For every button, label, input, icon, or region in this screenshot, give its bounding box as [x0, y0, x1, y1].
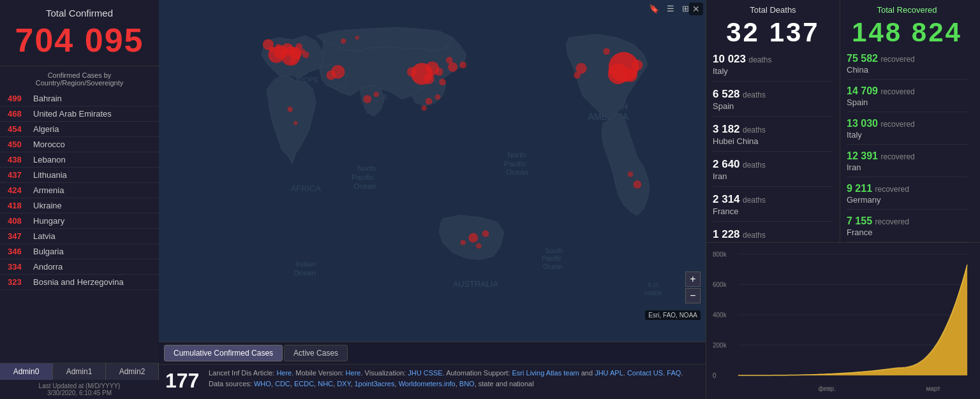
- country-count: 346: [8, 247, 30, 256]
- close-icon[interactable]: ✕: [689, 3, 703, 15]
- bookmark-icon[interactable]: 🔖: [646, 3, 662, 15]
- country-name: United Arab Emirates: [33, 109, 112, 119]
- death-count: 2 314: [713, 193, 740, 205]
- svg-point-61: [633, 180, 641, 189]
- recovered-count: 9 211: [847, 183, 872, 194]
- svg-point-54: [603, 48, 610, 55]
- recovered-country: China: [847, 65, 967, 75]
- svg-point-62: [628, 171, 634, 177]
- list-item[interactable]: 499Bahrain: [0, 91, 159, 106]
- 1point3acres-link[interactable]: 1point3acres: [355, 380, 395, 388]
- svg-text:South: South: [545, 247, 563, 254]
- map-description: Lancet Inf Dis Article: Here. Mobile Ver…: [209, 368, 683, 389]
- svg-point-56: [482, 230, 489, 237]
- recovered-item: 14 709 recoveredSpain: [847, 85, 967, 112]
- recovered-country: Italy: [847, 130, 967, 140]
- list-item[interactable]: 437Lithuania: [0, 168, 159, 183]
- svg-text:North: North: [357, 164, 376, 172]
- map-container[interactable]: North Pacific Ocean North Pacific Ocean …: [159, 0, 706, 342]
- death-label: deaths: [748, 55, 771, 64]
- contact-link[interactable]: Contact US: [627, 369, 663, 377]
- total-confirmed-number: 704 095: [6, 21, 152, 59]
- country-name: Lebanon: [33, 155, 66, 164]
- death-count: 10 023: [713, 53, 746, 65]
- country-count: 323: [8, 277, 30, 287]
- country-name: Lithuania: [33, 170, 67, 180]
- svg-point-63: [341, 38, 346, 44]
- jhu-csse-link[interactable]: JHU CSSE: [408, 369, 442, 377]
- death-item: 6 528 deathsSpain: [713, 88, 833, 117]
- faq-link[interactable]: FAQ: [667, 369, 681, 377]
- svg-text:Ocean: Ocean: [543, 263, 563, 270]
- recovered-item: 9 211 recoveredGermany: [847, 183, 967, 210]
- cases-by-country-label: Confirmed Cases byCountry/Region/Soverei…: [0, 66, 159, 90]
- deaths-panel: Total Deaths 32 137 10 023 deathsItaly6 …: [706, 0, 840, 242]
- who-link[interactable]: WHO: [254, 380, 271, 388]
- country-name: Hungary: [33, 216, 64, 226]
- zoom-in-button[interactable]: +: [685, 272, 701, 287]
- svg-point-43: [363, 95, 371, 103]
- list-item[interactable]: 346Bulgaria: [0, 244, 159, 259]
- list-item[interactable]: 454Algeria: [0, 122, 159, 137]
- recovered-label: recovered: [875, 185, 909, 194]
- svg-point-44: [373, 92, 379, 98]
- admin-tab-admin1[interactable]: Admin1: [53, 363, 106, 380]
- country-name: Latvia: [33, 231, 56, 241]
- svg-point-41: [459, 62, 466, 69]
- svg-text:North: North: [507, 150, 526, 159]
- map-zoom-controls: + −: [685, 272, 701, 303]
- country-list[interactable]: 499Bahrain468United Arab Emirates454Alge…: [0, 90, 159, 363]
- list-item[interactable]: 450Morocco: [0, 137, 159, 152]
- admin-tab-admin2[interactable]: Admin2: [106, 363, 159, 380]
- list-item[interactable]: 418Ukraine: [0, 198, 159, 214]
- left-panel: Total Confirmed 704 095 Confirmed Cases …: [0, 0, 159, 399]
- worldometers-link[interactable]: Worldometers.info: [399, 380, 456, 388]
- list-item[interactable]: 323Bosnia and Herzegovina: [0, 275, 159, 290]
- svg-text:AMER: AMER: [644, 289, 662, 296]
- recovered-item: 7 155 recoveredFrance: [847, 215, 967, 242]
- admin-tab-admin0[interactable]: Admin0: [0, 363, 53, 380]
- list-icon[interactable]: ☰: [664, 3, 677, 15]
- lancet-link[interactable]: Here: [276, 369, 292, 377]
- country-name: Armenia: [33, 185, 64, 195]
- recovered-count: 14 709: [847, 85, 878, 96]
- ecdc-link[interactable]: ECDC: [294, 380, 314, 388]
- recovered-label: recovered: [880, 120, 914, 129]
- svg-point-31: [290, 59, 296, 64]
- list-item[interactable]: 438Lebanon: [0, 152, 159, 168]
- svg-point-30: [269, 47, 274, 52]
- jhu-apl-link[interactable]: JHU APL: [595, 369, 623, 377]
- zoom-out-button[interactable]: −: [685, 288, 701, 303]
- svg-point-36: [424, 73, 434, 84]
- death-count: 2 640: [713, 158, 740, 170]
- map-tab[interactable]: Cumulative Confirmed Cases: [164, 345, 283, 361]
- country-count: 408: [8, 216, 30, 226]
- admin-tabs: Admin0Admin1Admin2: [0, 363, 159, 380]
- list-item[interactable]: 334Andorra: [0, 259, 159, 275]
- map-tab[interactable]: Active Cases: [284, 345, 348, 361]
- cdc-link[interactable]: CDC: [275, 380, 290, 388]
- svg-text:Pacific: Pacific: [504, 159, 526, 168]
- country-name: Morocco: [33, 140, 65, 149]
- deaths-number: 32 137: [713, 17, 833, 48]
- nhc-link[interactable]: NHC: [318, 380, 333, 388]
- death-count: 1 228: [713, 228, 740, 240]
- bno-link[interactable]: BNO: [459, 380, 475, 388]
- recovered-country: Iran: [847, 163, 967, 172]
- esri-atlas-link[interactable]: Esri Living Atlas team: [512, 369, 579, 377]
- death-item: 10 023 deathsItaly: [713, 53, 833, 82]
- list-item[interactable]: 424Armenia: [0, 183, 159, 198]
- death-item: 2 314 deathsFrance: [713, 193, 833, 222]
- mobile-version-link[interactable]: Here: [346, 369, 361, 377]
- dxy-link[interactable]: DXY: [337, 380, 350, 388]
- list-item[interactable]: 408Hungary: [0, 214, 159, 229]
- country-count: 438: [8, 155, 30, 164]
- list-item[interactable]: 347Latvia: [0, 229, 159, 244]
- recovered-label: recovered: [880, 152, 914, 161]
- country-count: 418: [8, 201, 30, 210]
- svg-text:S O.: S O.: [648, 281, 660, 288]
- death-count: 6 528: [713, 88, 740, 100]
- death-item: 2 640 deathsIran: [713, 158, 833, 187]
- list-item[interactable]: 468United Arab Emirates: [0, 106, 159, 122]
- svg-point-40: [448, 62, 457, 72]
